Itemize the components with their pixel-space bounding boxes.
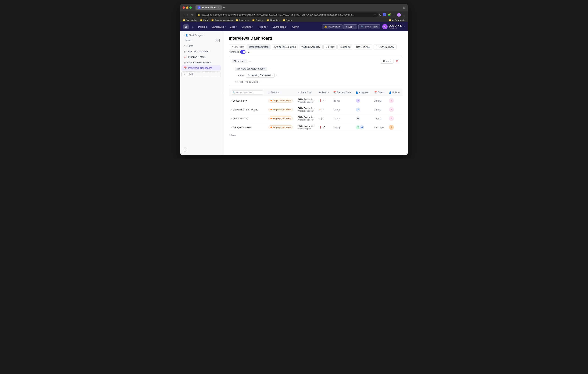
notifications-button[interactable]: 🔔 Notifications [322,24,343,29]
reload-button[interactable]: ↺ [190,13,194,17]
expand-row-icon[interactable]: › [231,126,232,128]
back-button[interactable]: ‹ [183,13,185,17]
bookmark-onboarding-label: Onboarding [186,19,197,21]
new-filter-button[interactable]: ⧩ New Filter [229,44,246,49]
sidebar-item-home[interactable]: ⌂ Home [181,43,221,49]
filter-tab-has-declines[interactable]: Has Declines [354,44,372,49]
pipeline-icon: 📈 [184,55,187,58]
request-date-value: 2m ago [333,126,341,129]
dashboards-chevron-icon: ▾ [286,26,287,28]
address-bar[interactable]: 🔒 app.ashbyhq.com/home/interviews-dashbo… [196,12,378,17]
notifications-label: Notifications [328,25,340,28]
traffic-light-maximize[interactable] [189,6,192,9]
candidate-name[interactable]: Giovanni Cronin-Pagac [233,108,258,111]
bookmark-pmm[interactable]: 📁 PMM [200,19,208,21]
table-settings-button[interactable]: ⚙ [398,91,400,94]
user-menu[interactable]: JO Jane Ortega Nocobird ▾ [381,24,405,29]
bookmark-recurring[interactable]: 📁 Recurring meetings [211,19,233,21]
bookmark-resources[interactable]: 📁 Resources [236,19,249,21]
assignee-avatar: J [356,98,360,103]
sidebar-item-sourcing[interactable]: ◎ Sourcing dashboard [181,49,221,54]
bookmark-star-icon[interactable]: ☆ [374,13,376,16]
filter-tab-availability[interactable]: Availability Submitted [272,44,298,49]
traffic-light-minimize[interactable] [186,6,188,9]
add-button[interactable]: + Add ▾ [343,24,357,29]
window-minimize-icon[interactable]: ⊟ [403,6,405,9]
bookmark-all[interactable]: 📁 All Bookmarks [389,19,405,21]
sidebar-back-button[interactable]: ↺ 👤 Staff Designer [180,33,222,38]
toggle-knob [243,51,246,53]
nav-reports[interactable]: Reports ▾ [256,25,270,29]
search-button[interactable]: 🔍 Search ⌘K [358,24,380,29]
new-tab-button[interactable]: + [223,6,225,9]
add-field-button[interactable]: + + Add Field to Match ··· [232,80,399,83]
priority-icon: ❗ [319,126,322,129]
puzzle-icon[interactable]: 🧩 [388,13,391,16]
filter-tab-request-submitted[interactable]: Request Submitted [247,44,271,49]
expand-row-icon[interactable]: › [231,99,232,102]
candidate-name[interactable]: George Okuneva [233,126,251,129]
candidate-name[interactable]: Benton Ferry [233,99,247,102]
expand-row-icon[interactable]: › [231,108,232,111]
bookmark-specs[interactable]: 📁 Specs [283,19,292,21]
bookmark-strategy[interactable]: 📁 Strategy [252,19,263,21]
all-true-options-button[interactable]: ··· [249,60,251,63]
sidebar-resizer[interactable]: ⋮ [222,31,223,155]
stage-col-label: Stage / Job [300,91,312,94]
request-date-col-label: Request Date [337,91,351,94]
advanced-toggle[interactable]: Advanced [229,50,246,53]
status-badge: Request Submitted [268,117,293,120]
date-value: 2d ago [374,99,381,102]
collapse-filter-button[interactable]: ▲ [247,50,251,53]
add-view-plus-icon: + [184,73,185,75]
sidebar-item-pipeline[interactable]: 📈 Pipeline History [181,54,221,60]
nav-candidates[interactable]: Candidates ▾ [210,25,228,29]
table-row: › Adam Wisozk Request Submitted [229,114,402,123]
home-nav-button[interactable]: ⌂ [190,24,196,29]
expand-row-icon[interactable]: › [231,117,232,119]
user-profile-icon[interactable]: J [397,13,401,17]
save-as-new-button[interactable]: + + Save as New [374,44,397,49]
extensions-icon[interactable]: ⬡ [379,13,381,16]
filter-tab-scheduled[interactable]: Scheduled [337,44,353,49]
sidebar-item-candidate[interactable]: ◎ Candidate experience [181,60,221,65]
help-button[interactable]: ? [183,147,187,152]
filter-tab-waiting[interactable]: Waiting Availability [299,44,323,49]
status-text: Request Submitted [273,99,291,102]
add-chevron-icon: ▾ [354,26,354,28]
download-icon[interactable]: ⬇ [393,13,395,16]
candidate-search-input[interactable] [231,90,263,95]
nav-jobs[interactable]: Jobs ▾ [228,25,239,29]
date-sort-icon[interactable]: ↑ [383,92,384,94]
add-field-options-button[interactable]: ··· [260,80,262,83]
traffic-light-close[interactable] [183,6,185,9]
nav-admin[interactable]: Admin [290,25,301,29]
edit-views-button[interactable]: Edit [215,39,220,42]
sidebar-item-interviews[interactable]: 📅 Interviews Dashboard [181,65,221,71]
nav-pipeline[interactable]: Pipeline [196,25,209,29]
nav-sourcing[interactable]: Sourcing ▾ [240,25,255,29]
nav-dashboards[interactable]: Dashboards ▾ [271,25,289,29]
forward-button[interactable]: › [187,13,189,17]
ashby-ext-icon[interactable]: A [383,13,386,16]
toggle-switch[interactable] [240,50,246,53]
menu-icon[interactable]: ⋮ [403,13,405,16]
bookmark-ta-leaders[interactable]: 📁 TA leaders [266,19,280,21]
candidate-name[interactable]: Adam Wisozk [233,117,248,120]
bookmark-onboarding[interactable]: 📁 Onboarding [183,19,197,21]
add-field-plus-icon: + [235,81,236,83]
rule-value-dropdown[interactable]: Scheduling Requested ▾ [246,73,275,78]
active-tab[interactable]: A Home • Ashby ✕ [196,5,222,10]
delete-filter-button[interactable]: 🗑 [395,59,399,63]
add-view-button[interactable]: + + Add [181,71,221,77]
date-value: 2d ago [374,108,381,111]
status-sort-icon[interactable]: ⇅ [278,92,280,94]
app-logo[interactable]: A [183,24,189,29]
rule-value-options-button[interactable]: ··· [276,74,278,77]
add-field-label: + Add Field to Match [237,81,258,83]
discard-button[interactable]: Discard [381,59,393,64]
filter-tab-on-hold[interactable]: On Hold [323,44,337,49]
tab-close-button[interactable]: ✕ [218,7,219,9]
rule-options-button[interactable]: ··· [269,67,271,70]
assignees-cell: J [356,98,370,103]
